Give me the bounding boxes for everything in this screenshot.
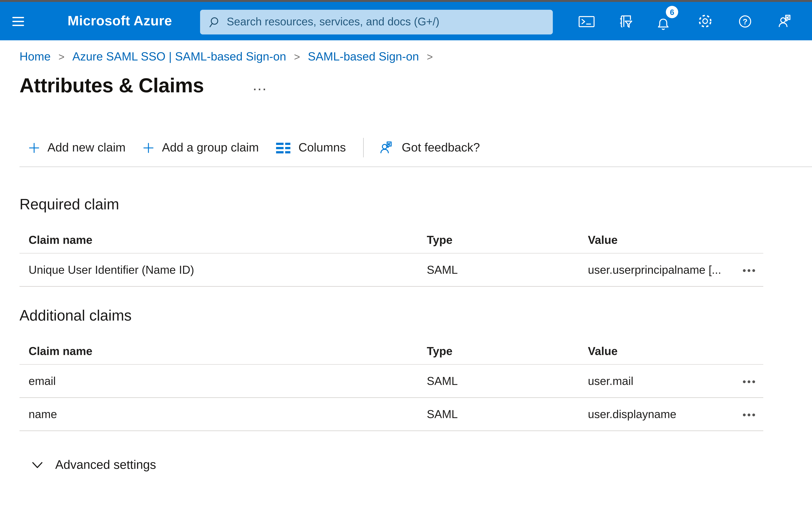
column-header-type: Type (427, 233, 588, 247)
breadcrumb-separator: > (427, 51, 433, 63)
settings-gear-icon (697, 13, 713, 29)
column-header-claim-name: Claim name (20, 233, 427, 247)
svg-text:?: ? (742, 17, 747, 26)
claim-value-cell: user.displayname (588, 407, 736, 421)
claim-name-cell: Unique User Identifier (Name ID) (20, 263, 427, 277)
global-search-box[interactable] (200, 10, 553, 34)
claim-value-cell: user.userprincipalname [... (588, 263, 736, 277)
command-bar: Add new claim Add a group claim Columns (29, 137, 497, 159)
search-icon (208, 16, 220, 28)
page-title: Attributes & Claims (20, 74, 204, 98)
header-icon-group: 6 ? (567, 2, 804, 40)
breadcrumb-separator: > (294, 51, 300, 63)
hamburger-menu-button[interactable] (12, 17, 24, 26)
required-claim-table: Claim name Type Value Unique User Identi… (20, 227, 763, 287)
column-header-type: Type (427, 344, 588, 358)
window-top-edge (0, 0, 812, 2)
row-context-menu-button[interactable]: ••• (740, 408, 759, 421)
cloud-shell-icon (578, 13, 595, 29)
azure-portal-window: Microsoft Azure (0, 0, 812, 514)
claim-value-cell: user.mail (588, 374, 736, 388)
toolbar-separator (364, 138, 364, 157)
claim-name-cell: name (20, 407, 427, 421)
advanced-settings-toggle[interactable]: Advanced settings (20, 455, 160, 475)
brand-title[interactable]: Microsoft Azure (67, 13, 172, 29)
column-header-value: Value (588, 344, 736, 358)
notifications-bell-icon (655, 16, 671, 31)
settings-button[interactable] (685, 2, 725, 40)
notifications-button[interactable]: 6 (646, 2, 685, 40)
columns-button[interactable]: Columns (277, 140, 346, 155)
notification-count-badge: 6 (666, 6, 678, 18)
table-row-name[interactable]: name SAML user.displayname ••• (20, 398, 763, 431)
claim-type-cell: SAML (427, 407, 588, 421)
table-row-email[interactable]: email SAML user.mail ••• (20, 365, 763, 398)
add-group-claim-button[interactable]: Add a group claim (143, 140, 259, 155)
add-new-claim-label: Add new claim (48, 140, 125, 155)
required-claim-heading: Required claim (20, 196, 119, 213)
breadcrumb: Home > Azure SAML SSO | SAML-based Sign-… (20, 50, 441, 64)
breadcrumb-saml-signon-link[interactable]: SAML-based Sign-on (308, 50, 419, 64)
got-feedback-label: Got feedback? (402, 140, 480, 155)
plus-icon (29, 142, 40, 153)
help-icon: ? (737, 13, 753, 29)
got-feedback-button[interactable]: Got feedback? (378, 140, 480, 155)
directory-filter-icon (617, 13, 634, 30)
search-input[interactable] (227, 16, 545, 29)
additional-claims-table: Claim name Type Value email SAML user.ma… (20, 338, 763, 431)
toolbar-divider (20, 166, 812, 167)
breadcrumb-separator: > (58, 51, 64, 63)
cloud-shell-button[interactable] (567, 2, 606, 40)
directory-filter-button[interactable] (606, 2, 646, 40)
chevron-down-icon (32, 461, 43, 468)
breadcrumb-app-link[interactable]: Azure SAML SSO | SAML-based Sign-on (72, 50, 286, 64)
feedback-person-icon (378, 140, 394, 155)
add-group-claim-label: Add a group claim (162, 140, 259, 155)
claim-name-cell: email (20, 374, 427, 388)
row-context-menu-button[interactable]: ••• (740, 375, 759, 387)
table-header-row: Claim name Type Value (20, 227, 763, 253)
row-context-menu-button[interactable]: ••• (740, 264, 759, 276)
column-header-value: Value (588, 233, 736, 247)
additional-claims-heading: Additional claims (20, 307, 132, 324)
add-new-claim-button[interactable]: Add new claim (29, 140, 125, 155)
breadcrumb-home-link[interactable]: Home (20, 50, 51, 64)
column-header-claim-name: Claim name (20, 344, 427, 358)
help-button[interactable]: ? (725, 2, 764, 40)
columns-label: Columns (298, 140, 346, 155)
feedback-person-icon (776, 13, 792, 29)
advanced-settings-label: Advanced settings (55, 458, 156, 472)
feedback-button[interactable] (764, 2, 804, 40)
claim-type-cell: SAML (427, 374, 588, 388)
table-row-unique-user-identifier[interactable]: Unique User Identifier (Name ID) SAML us… (20, 253, 763, 287)
claim-type-cell: SAML (427, 263, 588, 277)
plus-icon (143, 142, 154, 153)
top-nav-bar: Microsoft Azure (0, 2, 812, 40)
table-header-row: Claim name Type Value (20, 338, 763, 365)
columns-icon (277, 141, 291, 154)
hamburger-icon (12, 17, 24, 18)
title-more-button[interactable]: ··· (251, 83, 270, 96)
